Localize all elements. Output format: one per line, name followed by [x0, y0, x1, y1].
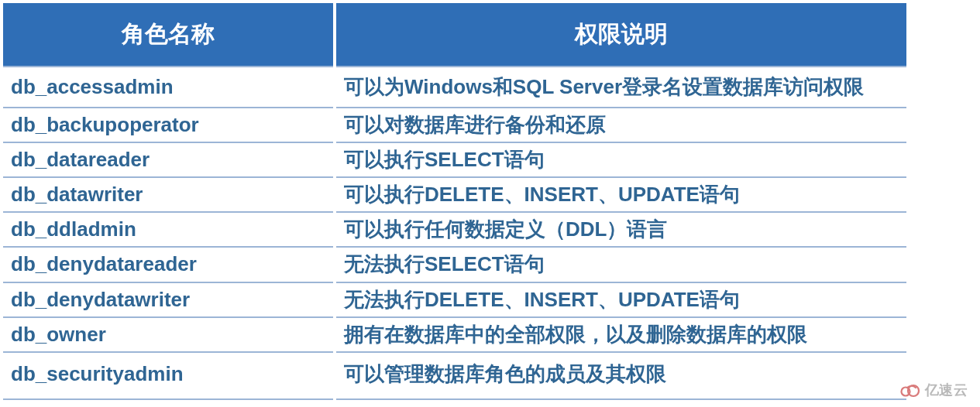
cell-role: db_owner: [2, 317, 335, 352]
watermark-text: 亿速云: [925, 381, 968, 399]
roles-permissions-table: 角色名称 权限说明 db_accessadmin 可以为Windows和SQL …: [0, 0, 910, 400]
cell-role: db_denydatawriter: [2, 282, 335, 317]
table-row: db_ddladmin 可以执行任何数据定义（DDL）语言: [2, 212, 908, 247]
cell-role: db_datawriter: [2, 177, 335, 212]
watermark: 亿速云: [899, 381, 968, 399]
header-role: 角色名称: [2, 2, 335, 67]
header-desc: 权限说明: [335, 2, 908, 67]
cell-desc: 无法执行DELETE、INSERT、UPDATE语句: [335, 282, 908, 317]
cell-desc: 拥有在数据库中的全部权限，以及删除数据库的权限: [335, 317, 908, 352]
cell-desc: 无法执行SELECT语句: [335, 247, 908, 282]
cell-role: db_datareader: [2, 142, 335, 177]
table-row: db_securityadmin 可以管理数据库角色的成员及其权限: [2, 352, 908, 399]
cell-desc: 可以执行任何数据定义（DDL）语言: [335, 212, 908, 247]
cell-role: db_securityadmin: [2, 352, 335, 399]
cell-role: db_denydatareader: [2, 247, 335, 282]
cell-desc: 可以执行SELECT语句: [335, 142, 908, 177]
cell-role: db_backupoperator: [2, 108, 335, 142]
cell-role: db_ddladmin: [2, 212, 335, 247]
cloud-logo-icon: [899, 381, 922, 398]
table-row: db_denydatawriter 无法执行DELETE、INSERT、UPDA…: [2, 282, 908, 317]
table-row: db_backupoperator 可以对数据库进行备份和还原: [2, 108, 908, 142]
cell-desc: 可以管理数据库角色的成员及其权限: [335, 352, 908, 399]
table-row: db_denydatareader 无法执行SELECT语句: [2, 247, 908, 282]
table-row: db_owner 拥有在数据库中的全部权限，以及删除数据库的权限: [2, 317, 908, 352]
cell-desc: 可以为Windows和SQL Server登录名设置数据库访问权限: [335, 67, 908, 108]
cell-desc: 可以对数据库进行备份和还原: [335, 108, 908, 142]
cell-desc: 可以执行DELETE、INSERT、UPDATE语句: [335, 177, 908, 212]
table-row: db_datawriter 可以执行DELETE、INSERT、UPDATE语句: [2, 177, 908, 212]
table-row: db_accessadmin 可以为Windows和SQL Server登录名设…: [2, 67, 908, 108]
table-row: db_datareader 可以执行SELECT语句: [2, 142, 908, 177]
table-header-row: 角色名称 权限说明: [2, 2, 908, 67]
cell-role: db_accessadmin: [2, 67, 335, 108]
table-container: 角色名称 权限说明 db_accessadmin 可以为Windows和SQL …: [0, 0, 906, 400]
